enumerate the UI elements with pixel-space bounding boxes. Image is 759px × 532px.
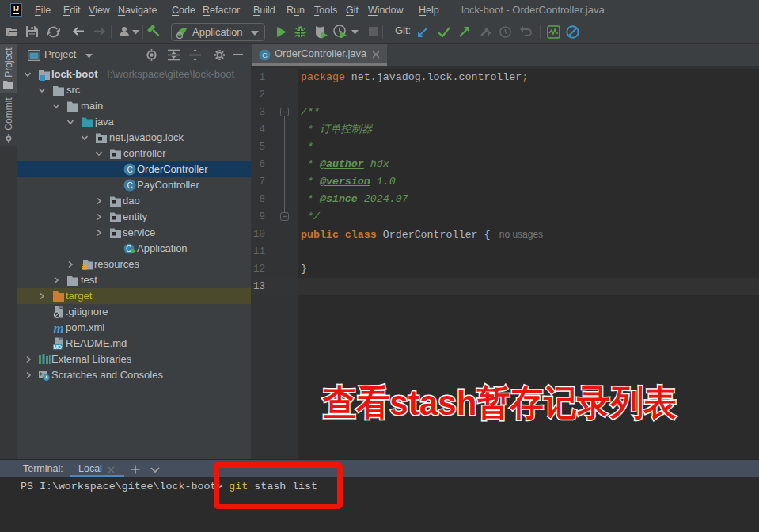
svg-text:C: C bbox=[262, 51, 268, 59]
svg-text:C: C bbox=[127, 165, 132, 174]
svg-text:MD: MD bbox=[53, 344, 62, 350]
svg-text:m: m bbox=[53, 321, 63, 334]
svg-text:C: C bbox=[127, 181, 132, 190]
